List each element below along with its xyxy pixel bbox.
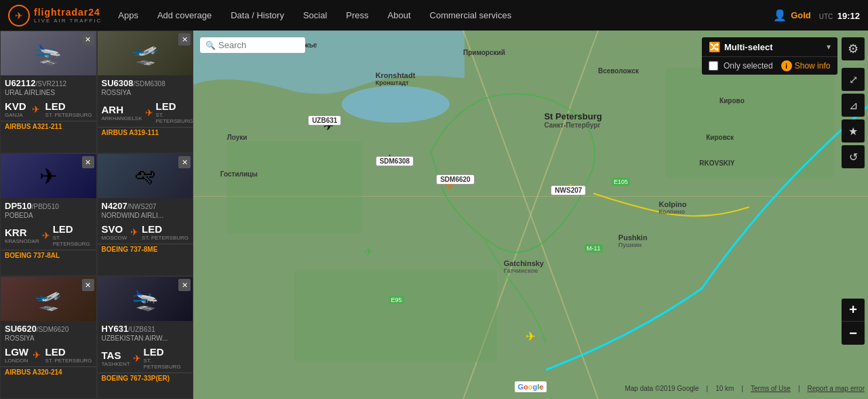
- route-from-nordwind: SVO MOSCOW: [102, 223, 127, 241]
- plane-icon-ural: 🛬: [35, 41, 62, 66]
- nav-link-apps[interactable]: Apps: [118, 10, 138, 20]
- nav-link-data--history[interactable]: Data / History: [231, 10, 284, 20]
- search-input[interactable]: [218, 40, 300, 50]
- only-selected-checkbox[interactable]: [709, 61, 718, 71]
- nav-link-social[interactable]: Social: [303, 10, 327, 20]
- only-selected-label: Only selected: [724, 61, 773, 71]
- flight-aircraft-uzbekistan: BOEING 767-33P(ER): [98, 373, 193, 385]
- flight-airline-uzbekistan: UZBEKISTAN AIRW...: [102, 335, 189, 342]
- map-data-label: Map data ©2019 Google: [625, 385, 698, 392]
- nav-link-commercial-services[interactable]: Commercial services: [430, 10, 512, 20]
- flight-card-rossiya2[interactable]: 🛫 ✕ SU6620/SDM6620 ROSSIYA LGW LONDON ✈ …: [0, 276, 97, 399]
- route-to-code-nordwind: LED: [142, 223, 189, 235]
- logo-text-area: flightradar24 LIVE AIR TRAFFIC: [34, 7, 102, 24]
- route-from-ural: KVD GANJA: [5, 100, 26, 118]
- flight-secondary-pobeda: /PBD510: [32, 203, 59, 210]
- google-logo: Google: [515, 381, 547, 392]
- nav-link-about[interactable]: About: [388, 10, 411, 20]
- route-from-name-uzbekistan: TASHKENT: [102, 361, 130, 367]
- plane-icon-pobeda: ✈: [39, 164, 58, 189]
- close-flight-rossiya1[interactable]: ✕: [178, 33, 191, 45]
- map-zoom-controls: + −: [842, 299, 865, 345]
- flight-callsign-rossiya2: SU6620/SDM6620: [5, 324, 92, 334]
- badge-sdm6620[interactable]: SDM6620: [436, 174, 474, 185]
- route-from-name-rossiya2: LONDON: [5, 358, 28, 364]
- plane-icon-rossiya2: 🛫: [35, 286, 62, 312]
- multi-select-label: Multi-select: [724, 42, 823, 52]
- badge-sdm6308[interactable]: SDM6308: [376, 156, 414, 166]
- route-arrow-pobeda: ✈: [42, 230, 50, 241]
- plane-icon-rossiya1: 🛫: [132, 41, 159, 66]
- flight-airline-rossiya1: ROSSIYA: [102, 89, 189, 96]
- route-from-code-uzbekistan: TAS: [102, 349, 130, 361]
- route-arrow-rossiya2: ✈: [31, 349, 43, 360]
- nav-link-press[interactable]: Press: [346, 10, 368, 20]
- flight-route-rossiya2: LGW LONDON ✈ LED ST. PETERSBURG: [1, 343, 96, 366]
- flight-card-nordwind[interactable]: 🛩 ✕ N4207/NWS207 NORDWIND AIRLI... SVO M…: [97, 153, 194, 276]
- flight-card-uzbekistan[interactable]: 🛬 ✕ HY631/UZB631 UZBEKISTAN AIRW... TAS …: [97, 276, 194, 399]
- multi-select-options: Only selected i Show info: [702, 57, 837, 75]
- report-error-link[interactable]: Report a map error: [808, 385, 865, 392]
- map-area[interactable]: St Petersburg Санкт-Петербург Kronshtadt…: [193, 31, 868, 399]
- route-from-code-ural: KVD: [5, 100, 26, 112]
- flight-airline-nordwind: NORDWIND AIRLI...: [102, 212, 189, 219]
- refresh-button[interactable]: ↺: [842, 145, 865, 168]
- map-settings-button[interactable]: ⚙: [842, 37, 865, 60]
- flight-header-ural: U62112/SVR2112 URAL AIRLINES: [1, 75, 96, 98]
- utc-label: UTC: [819, 13, 833, 20]
- info-icon: i: [781, 60, 792, 71]
- route-arrow-rossiya1: ✈: [145, 107, 153, 118]
- show-info-button[interactable]: i Show info: [781, 60, 831, 71]
- map-attribution: Map data ©2019 Google | 10 km | Terms of…: [625, 385, 865, 392]
- route-to-name-rossiya2: ST. PETERSBURG: [45, 358, 92, 364]
- flight-route-uzbekistan: TAS TASHKENT ✈ LED ST. PETERSBURG: [98, 343, 193, 373]
- flight-secondary-nordwind: /NWS207: [127, 203, 157, 210]
- flight-header-rossiya1: SU6308/SDM6308 ROSSIYA: [98, 75, 193, 98]
- close-flight-uzbekistan[interactable]: ✕: [178, 279, 191, 291]
- map-search-bar[interactable]: 🔍: [200, 37, 305, 53]
- route-from-code-rossiya2: LGW: [5, 346, 28, 358]
- flight-aircraft-nordwind: BOEING 737-8ME: [98, 244, 193, 256]
- flight-card-pobeda[interactable]: ✈ ✕ DP510/PBD510 POBEDA KRR KRASNODAR ✈ …: [0, 153, 97, 276]
- close-flight-pobeda[interactable]: ✕: [82, 156, 94, 168]
- terms-link[interactable]: Terms of Use: [751, 385, 791, 392]
- route-from-rossiya2: LGW LONDON: [5, 346, 28, 364]
- plane-lower2[interactable]: ✈: [526, 329, 536, 344]
- flight-secondary-uzbekistan: /UZB631: [128, 326, 155, 333]
- badge-uzb631[interactable]: UZB631: [308, 115, 341, 126]
- flight-callsign-uzbekistan: HY631/UZB631: [102, 324, 189, 334]
- route-to-name-uzbekistan: ST. PETERSBURG: [144, 358, 189, 370]
- user-area[interactable]: 👤 Gold: [773, 9, 811, 22]
- close-flight-ural[interactable]: ✕: [82, 33, 94, 45]
- close-flight-rossiya2[interactable]: ✕: [82, 279, 94, 291]
- route-from-code-rossiya1: ARH: [102, 104, 142, 115]
- favorites-button[interactable]: ★: [842, 119, 865, 142]
- utc-time-area: UTC 19:12: [819, 10, 860, 22]
- show-info-label: Show info: [795, 61, 831, 71]
- route-arrow-uzbekistan: ✈: [133, 353, 141, 364]
- flight-route-rossiya1: ARH ARKHANGELSK ✈ LED ST. PETERSBURG: [98, 98, 193, 127]
- layers-filter-button[interactable]: ⊿: [842, 94, 865, 117]
- flight-secondary-rossiya1: /SDM6308: [133, 80, 165, 88]
- flight-card-ural[interactable]: 🛬 ✕ U62112/SVR2112 URAL AIRLINES KVD GAN…: [0, 31, 97, 153]
- flight-airline-ural: URAL AIRLINES: [5, 89, 92, 96]
- logo-circle: ✈: [8, 5, 30, 26]
- close-flight-nordwind[interactable]: ✕: [178, 156, 191, 168]
- flight-airline-rossiya2: ROSSIYA: [5, 335, 92, 342]
- nav-link-add-coverage[interactable]: Add coverage: [157, 10, 212, 20]
- zoom-in-button[interactable]: +: [842, 299, 865, 322]
- badge-nws207[interactable]: NWS207: [551, 185, 586, 195]
- map-right-controls: ⤢ ⊿ ★ ↺: [842, 68, 865, 168]
- plane-lower1[interactable]: ✈: [363, 244, 374, 259]
- route-to-nordwind: LED ST. PETERSBURG: [142, 223, 189, 241]
- multi-select-dropdown-arrow[interactable]: ▾: [827, 42, 831, 52]
- logo[interactable]: ✈ flightradar24 LIVE AIR TRAFFIC: [8, 5, 102, 26]
- route-from-code-nordwind: SVO: [102, 223, 127, 235]
- zoom-out-button[interactable]: −: [842, 322, 865, 345]
- utc-time: 19:12: [837, 11, 860, 21]
- fullscreen-button[interactable]: ⤢: [842, 68, 865, 91]
- logo-plane-icon: ✈: [15, 10, 23, 21]
- flight-card-rossiya1[interactable]: 🛫 ✕ SU6308/SDM6308 ROSSIYA ARH ARKHANGEL…: [97, 31, 194, 153]
- route-from-name-pobeda: KRASNODAR: [5, 238, 39, 244]
- multi-select-panel: 🔀 Multi-select ▾ Only selected i Show in…: [702, 37, 837, 75]
